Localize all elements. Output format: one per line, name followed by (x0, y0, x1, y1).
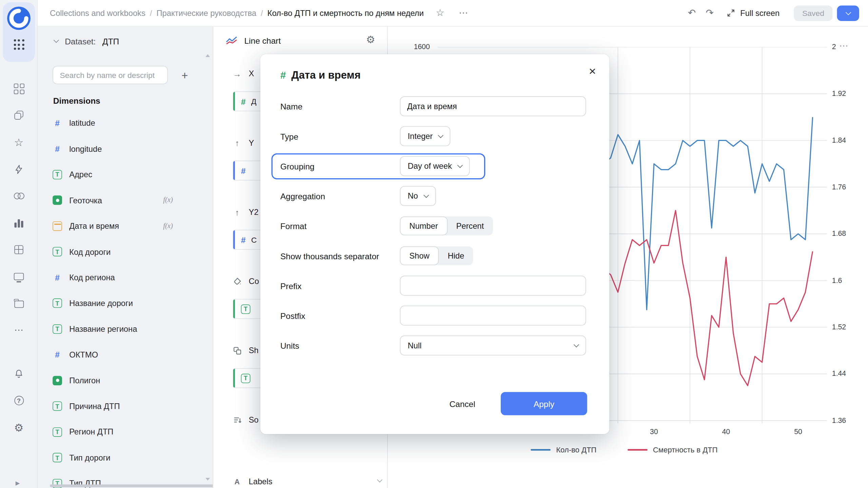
units-value: Null (408, 341, 421, 350)
breadcrumb-item[interactable]: Практические руководства (157, 8, 256, 17)
field-name: Код региона (69, 273, 115, 282)
field-settings-dialog: # Дата и время × Name Type Integer Group… (260, 54, 609, 434)
full-screen-button[interactable]: Full screen (727, 8, 780, 17)
thousands-show-option[interactable]: Show (400, 246, 439, 265)
dataset-field-row[interactable]: Полигон (38, 368, 213, 393)
dataset-field-row[interactable]: TАдрес (38, 162, 213, 187)
chart-type-header[interactable]: Line chart (213, 26, 387, 54)
dataset-field-row[interactable]: #ОКТМО (38, 342, 213, 368)
field-name: Тип дороги (69, 453, 110, 462)
notifications-button[interactable] (0, 361, 38, 387)
cancel-button[interactable]: Cancel (449, 399, 475, 408)
row-units: Units Null (280, 336, 587, 355)
sidebar: ☆ ⋯ ? ⚙ ▶ (0, 0, 38, 488)
dataset-field-row[interactable]: TНазвание дороги (38, 290, 213, 316)
save-menu-button[interactable] (837, 5, 859, 21)
formula-fx-icon: f(x) (163, 222, 173, 230)
section-label: Labels (249, 477, 273, 486)
legend-item[interactable]: Смертность в ДТП (628, 446, 718, 454)
text-field-icon: T (53, 402, 62, 411)
field-name: Регион ДТП (69, 428, 113, 436)
arrow-up-icon: ↑ (233, 208, 241, 216)
dataset-field-row[interactable]: TТип дороги (38, 445, 213, 471)
horizontal-scrollbar[interactable] (50, 484, 213, 487)
favorite-star-icon[interactable]: ☆ (436, 8, 445, 18)
text-field-icon: T (241, 304, 251, 314)
section-label: X (249, 69, 254, 78)
dataset-field-row[interactable]: Геоточкаf(x) (38, 187, 213, 213)
units-select[interactable]: Null (400, 336, 586, 355)
number-field-icon: # (280, 69, 286, 81)
search-input[interactable] (53, 66, 168, 84)
aggregation-select[interactable]: No (400, 186, 436, 206)
formula-fx-icon: f(x) (163, 196, 173, 205)
geo-field-icon (53, 196, 62, 205)
chart-settings-gear-icon[interactable]: ⚙ (366, 35, 375, 45)
add-field-button[interactable]: + (176, 66, 194, 84)
number-field-icon: # (53, 350, 62, 360)
sidebar-item-datasets[interactable] (0, 183, 38, 209)
apply-button[interactable]: Apply (501, 392, 587, 415)
legend-line-swatch (628, 449, 648, 451)
more-actions-icon[interactable]: ⋯ (459, 8, 468, 18)
grouping-select[interactable]: Day of week (400, 156, 470, 176)
scroll-more-indicator[interactable] (378, 474, 381, 484)
scroll-down-icon[interactable] (205, 478, 210, 481)
row-name: Name (280, 96, 587, 116)
type-label: Type (280, 131, 400, 141)
sidebar-item-connections[interactable] (0, 156, 38, 183)
undo-icon[interactable]: ↶ (688, 8, 696, 18)
format-number-option[interactable]: Number (400, 217, 448, 236)
sidebar-item-charts[interactable] (0, 209, 38, 236)
dataset-field-row[interactable]: TПричина ДТП (38, 393, 213, 419)
dataset-field-row[interactable]: #longitude (38, 136, 213, 162)
chevron-down-icon (54, 37, 59, 43)
dataset-header[interactable]: Dataset: ДТП (38, 26, 213, 55)
legend-item[interactable]: Кол-во ДТП (531, 446, 596, 454)
redo-icon[interactable]: ↷ (706, 8, 714, 18)
date-field-icon (53, 221, 62, 231)
sidebar-item-monitoring[interactable] (0, 263, 38, 290)
dataset-field-row[interactable]: #latitude (38, 110, 213, 136)
breadcrumb-item[interactable]: Collections and workbooks (50, 8, 145, 17)
help-button[interactable]: ? (0, 387, 38, 414)
y-axis-tick: 1.76 (832, 183, 846, 191)
sidebar-item-widgets[interactable] (0, 75, 38, 102)
dataset-field-row[interactable]: #Код региона (38, 265, 213, 290)
number-field-icon: # (241, 97, 246, 106)
folder-icon (14, 301, 24, 308)
name-input[interactable] (400, 96, 586, 116)
sidebar-item-favorites[interactable]: ☆ (0, 129, 38, 156)
text-field-icon: T (241, 373, 251, 383)
dataset-field-row[interactable]: TРегион ДТП (38, 419, 213, 445)
collapse-panel-icon[interactable]: ▶ (16, 480, 20, 486)
close-icon[interactable]: × (589, 65, 596, 78)
vertical-scrollbar[interactable] (205, 54, 210, 481)
left-axis-tick: 1600 (405, 43, 430, 51)
format-percent-option[interactable]: Percent (447, 217, 493, 236)
type-select[interactable]: Integer (400, 126, 451, 146)
shapes-icon (233, 346, 241, 355)
type-value: Integer (408, 132, 433, 141)
sidebar-item-files[interactable] (0, 290, 38, 317)
number-field-icon: # (241, 166, 246, 175)
apps-grid-icon[interactable] (14, 39, 24, 50)
row-format: Format Number Percent (280, 216, 587, 236)
postfix-input[interactable] (400, 306, 586, 326)
sidebar-item-dashboards[interactable] (0, 237, 38, 263)
sidebar-item-collections[interactable] (0, 102, 38, 129)
scroll-up-icon[interactable] (205, 54, 210, 57)
format-label: Format (280, 221, 400, 231)
sidebar-item-more[interactable]: ⋯ (0, 317, 38, 344)
chart-menu-icon[interactable]: ⋯ (839, 42, 848, 50)
dataset-label: Dataset: (65, 36, 96, 46)
settings-button[interactable]: ⚙ (0, 414, 38, 441)
thousands-hide-option[interactable]: Hide (439, 246, 473, 265)
prefix-input[interactable] (400, 276, 586, 296)
saved-button[interactable]: Saved (794, 5, 833, 21)
bar-chart-icon (15, 219, 23, 227)
dataset-field-row[interactable]: TКод дороги (38, 239, 213, 265)
datalens-logo[interactable] (6, 5, 32, 31)
dataset-field-row[interactable]: TНазвание региона (38, 316, 213, 342)
dataset-field-row[interactable]: Дата и времяf(x) (38, 213, 213, 239)
